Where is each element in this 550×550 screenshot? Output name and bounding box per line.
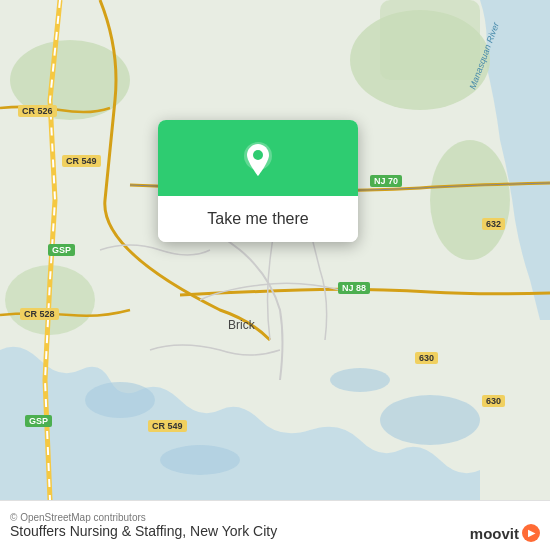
svg-point-4: [330, 368, 390, 392]
svg-point-2: [85, 382, 155, 418]
moovit-dot-icon: ▶: [522, 524, 540, 542]
map-container: Manasquan River CR 526 CR 549 CR 549 NJ …: [0, 0, 550, 500]
road-label-630-left: 630: [415, 352, 438, 364]
road-label-632: 632: [482, 218, 505, 230]
road-label-cr526: CR 526: [18, 105, 57, 117]
road-label-gsp-bottom: GSP: [25, 415, 52, 427]
svg-point-3: [160, 445, 240, 475]
location-pin-icon: [236, 138, 280, 182]
moovit-logo: moovit ▶: [470, 524, 540, 542]
svg-point-1: [380, 395, 480, 445]
road-label-nj88: NJ 88: [338, 282, 370, 294]
road-label-nj70: NJ 70: [370, 175, 402, 187]
popup-header: [158, 120, 358, 196]
attribution-text: © OpenStreetMap contributors: [10, 512, 540, 523]
svg-point-13: [253, 150, 263, 160]
svg-point-7: [430, 140, 510, 260]
road-label-cr528: CR 528: [20, 308, 59, 320]
road-label-gsp-top: GSP: [48, 244, 75, 256]
road-label-cr549-bottom: CR 549: [148, 420, 187, 432]
road-label-cr549-top: CR 549: [62, 155, 101, 167]
popup-card: Take me there: [158, 120, 358, 242]
svg-rect-9: [380, 0, 480, 80]
city-label: Brick: [228, 318, 255, 332]
location-title: Stouffers Nursing & Staffing, New York C…: [10, 523, 540, 539]
moovit-text: moovit: [470, 525, 519, 542]
take-me-there-button[interactable]: Take me there: [158, 196, 358, 242]
bottom-bar: © OpenStreetMap contributors Stouffers N…: [0, 500, 550, 550]
road-label-630-right: 630: [482, 395, 505, 407]
